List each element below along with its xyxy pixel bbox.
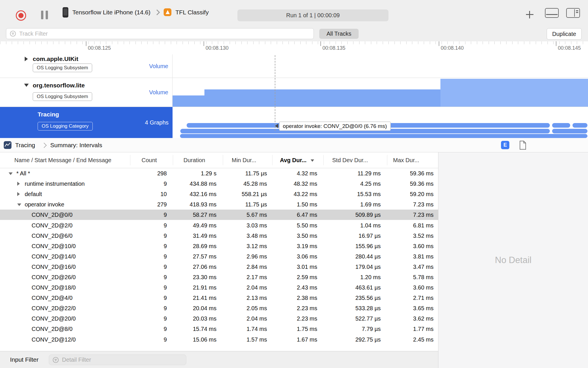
app-icon	[164, 8, 171, 16]
expanded-detail-button[interactable]: E	[501, 141, 509, 149]
table-row[interactable]: CONV_2D@10/0928.69 ms3.12 ms3.19 ms155.9…	[0, 241, 438, 251]
track-header[interactable]: Tracing OS Logging Category 4 Graphs	[0, 107, 173, 138]
cell-min: 3.12 ms	[247, 243, 267, 249]
breadcrumb-summary-intervals[interactable]: Summary: Intervals	[50, 142, 102, 149]
column-header-count[interactable]: Count	[142, 157, 157, 164]
cell-duration: 28.69 ms	[193, 243, 216, 249]
table-row[interactable]: runtime instrumentation9434.88 ms45.28 m…	[0, 179, 438, 189]
track-filter-field[interactable]	[6, 28, 314, 39]
table-row[interactable]: CONV_2D@16/0927.06 ms2.84 ms3.01 ms179.0…	[0, 262, 438, 272]
table-row[interactable]: default10432.16 ms558.21 µs43.22 ms15.53…	[0, 189, 438, 199]
cell-min: 2.84 ms	[247, 263, 267, 270]
track-org-tensorflow-lite[interactable]: org.tensorflow.lite OS Logging Subsystem…	[0, 78, 588, 107]
cell-count: 279	[157, 201, 167, 208]
chevron-right-icon[interactable]	[17, 182, 20, 186]
cell-min: 2.96 ms	[247, 253, 267, 260]
cell-min: 11.75 µs	[245, 170, 267, 177]
cell-avg: 1.67 ms	[297, 336, 317, 343]
column-header-name[interactable]: Name / Start Message / End Message	[14, 157, 111, 164]
breadcrumb-tracing[interactable]: Tracing	[15, 142, 35, 149]
column-header-avg[interactable]: Avg Dur...	[280, 157, 314, 164]
target-selector[interactable]: Tensorflow Lite iPhone (14.6) TFL Classi…	[63, 0, 209, 24]
cell-std: 235.56 µs	[355, 295, 381, 301]
track-header[interactable]: com.apple.UIKit OS Logging Subsystem Vol…	[0, 54, 173, 78]
disclosure-right-icon[interactable]	[25, 57, 28, 61]
table-row[interactable]: CONV_2D@8/0915.74 ms1.74 ms1.75 ms7.79 µ…	[0, 324, 438, 334]
table-row[interactable]: * All *2981.29 s11.75 µs4.32 ms11.29 ms5…	[0, 168, 438, 179]
table-row[interactable]: CONV_2D@14/0927.57 ms2.96 ms3.06 ms280.4…	[0, 251, 438, 262]
chevron-down-icon[interactable]	[9, 172, 13, 175]
cell-duration: 27.06 ms	[193, 263, 216, 270]
cell-max: 3.60 ms	[413, 243, 434, 249]
table-row[interactable]: CONV_2D@6/0931.49 ms3.48 ms3.50 ms16.97 …	[0, 231, 438, 241]
cell-std: 4.25 ms	[360, 181, 381, 187]
track-title: com.apple.UIKit	[33, 55, 78, 62]
cell-duration: 1.29 s	[201, 170, 216, 177]
add-instrument-button[interactable]	[526, 11, 533, 18]
detail-filter-input[interactable]	[61, 356, 183, 363]
track-com-apple-uikit[interactable]: com.apple.UIKit OS Logging Subsystem Vol…	[0, 54, 588, 78]
track-header[interactable]: org.tensorflow.lite OS Logging Subsystem…	[0, 78, 173, 107]
disclosure-down-icon[interactable]	[24, 84, 29, 87]
chevron-down-icon[interactable]	[17, 204, 21, 206]
chevron-right-icon	[154, 9, 160, 15]
app-label[interactable]: TFL Classify	[175, 9, 209, 16]
cell-avg: 2.59 ms	[297, 274, 317, 280]
detail-panel: No Detail	[438, 152, 588, 368]
table-row[interactable]: operator invoke279418.93 ms11.75 µs1.50 …	[0, 199, 438, 210]
chevron-right-icon[interactable]	[17, 192, 20, 196]
cell-count: 9	[164, 212, 167, 218]
column-separator	[173, 155, 173, 165]
track-lane-intervals[interactable]: operator invoke: CONV_2D@0/0 (6.76 ms)	[173, 107, 588, 138]
cell-std: 15.53 ms	[357, 191, 381, 198]
cell-count: 9	[164, 274, 167, 280]
table-row[interactable]: CONV_2D@12/0915.06 ms1.57 ms1.67 ms292.7…	[0, 334, 438, 345]
track-tracing-selected[interactable]: Tracing OS Logging Category 4 Graphs ope…	[0, 107, 588, 138]
track-filter-input[interactable]	[19, 30, 310, 37]
duplicate-button[interactable]: Duplicate	[547, 28, 582, 40]
column-header-min[interactable]: Min Dur...	[232, 157, 256, 164]
table-row[interactable]: CONV_2D@2/0949.49 ms3.03 ms5.50 ms1.04 m…	[0, 220, 438, 230]
track-lane-volume-chart[interactable]	[173, 78, 588, 107]
pause-button[interactable]	[41, 11, 48, 19]
cell-duration: 49.49 ms	[193, 222, 216, 229]
column-header-stddev[interactable]: Std Dev Dur...	[332, 157, 368, 164]
toggle-right-pane-button[interactable]	[566, 8, 580, 18]
record-button[interactable]	[16, 10, 26, 21]
cell-std: 155.96 µs	[355, 243, 381, 249]
timeline-ruler[interactable]: 00:08.12500:08.13000:08.13500:08.14000:0…	[0, 41, 588, 55]
row-name: CONV_2D@22/0	[32, 305, 76, 312]
playhead-line[interactable]	[275, 55, 275, 131]
interval-pill	[572, 123, 587, 128]
all-tracks-button[interactable]: All Tracks	[319, 29, 359, 39]
row-name: CONV_2D@26/0	[32, 274, 76, 280]
cell-count: 9	[164, 263, 167, 270]
column-header-duration[interactable]: Duration	[183, 157, 205, 164]
table-body: * All *2981.29 s11.75 µs4.32 ms11.29 ms5…	[0, 168, 438, 345]
table-row[interactable]: CONV_2D@4/0921.41 ms2.13 ms2.38 ms235.56…	[0, 293, 438, 303]
cell-count: 298	[157, 170, 167, 177]
row-name: operator invoke	[25, 201, 64, 208]
detail-filter-field[interactable]	[49, 354, 186, 365]
cell-duration: 31.49 ms	[193, 232, 216, 239]
cell-duration: 434.88 ms	[190, 181, 216, 187]
interval-pill	[552, 123, 570, 128]
table-row[interactable]: CONV_2D@18/0921.91 ms2.04 ms2.43 ms463.6…	[0, 282, 438, 293]
interval-pill	[180, 134, 587, 138]
table-row[interactable]: CONV_2D@0/0958.27 ms5.67 ms6.47 ms509.89…	[0, 210, 438, 220]
cell-max: 3.62 ms	[413, 315, 434, 322]
ruler-label: 00:08.145	[558, 45, 581, 51]
table-row[interactable]: CONV_2D@26/0923.30 ms2.17 ms2.59 ms1.20 …	[0, 272, 438, 282]
table-row[interactable]: CONV_2D@22/0920.04 ms2.05 ms2.23 ms533.2…	[0, 303, 438, 313]
column-separator	[323, 155, 324, 165]
track-lane-uikit[interactable]	[173, 54, 588, 78]
device-label[interactable]: Tensorflow Lite iPhone (14.6)	[72, 9, 150, 16]
cell-duration: 21.91 ms	[193, 284, 216, 291]
run-status-text: Run 1 of 1 | 00:00:09	[286, 12, 340, 19]
cell-duration: 23.30 ms	[193, 274, 216, 280]
column-header-max[interactable]: Max Dur...	[393, 157, 419, 164]
table-row[interactable]: CONV_2D@20/0920.03 ms2.04 ms2.23 ms522.7…	[0, 313, 438, 324]
cell-duration: 21.41 ms	[193, 295, 216, 301]
toggle-bottom-pane-button[interactable]	[545, 8, 559, 18]
document-icon[interactable]	[519, 141, 527, 150]
